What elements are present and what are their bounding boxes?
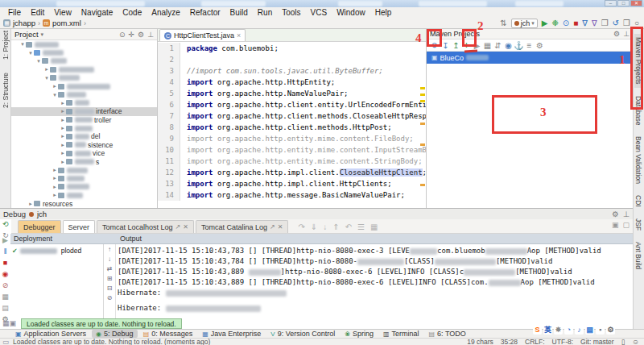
scroll-end-icon[interactable]: ⊞ (107, 275, 113, 282)
chevron-down-icon[interactable]: ▾ (41, 31, 44, 38)
tree-row[interactable]: ▸sistence (11, 141, 157, 149)
tree-row[interactable]: ▸ (11, 174, 157, 182)
menu-item-edit[interactable]: Edit (26, 8, 49, 17)
settings-icon[interactable]: ⚙ (612, 210, 619, 218)
expand-collapse-icon[interactable]: ⇵ (493, 41, 503, 50)
breadcrumb-project[interactable]: jchapp (13, 19, 35, 27)
code-line[interactable]: 13import org.apache.http.impl.client.Htt… (158, 178, 426, 189)
debug-tab-tomcat-catalina-log[interactable]: Tomcat Catalina Log↗✕ (196, 220, 288, 233)
debug-tab-debugger[interactable]: Debugger (18, 220, 61, 233)
deployment-item[interactable]: ✔ ploded (10, 244, 103, 257)
maven-settings-icon[interactable]: ⚙ (535, 41, 545, 50)
collapse-icon[interactable]: ⊟ (107, 285, 113, 292)
pause-icon[interactable]: ‖ (4, 247, 7, 256)
tree-arrow-icon[interactable]: ▸ (52, 175, 58, 181)
tree-row[interactable]: ▸ (11, 65, 157, 73)
tool-tab-bean-validation[interactable]: Bean Validation (634, 133, 642, 187)
menu-item-vcs[interactable]: VCS (306, 8, 332, 17)
open-in-window-icon[interactable]: ↗ (175, 223, 181, 231)
tree-arrow-icon[interactable]: ▸ (52, 83, 58, 89)
code-line[interactable]: 14import org.apache.http.message.BasicNa… (158, 189, 426, 201)
tree-row[interactable]: ▾ (11, 48, 157, 56)
diff-button[interactable]: ❐ (601, 19, 609, 28)
menu-item-analyze[interactable]: Analyze (147, 8, 185, 17)
tree-arrow-icon[interactable]: ▾ (19, 41, 26, 48)
minimize-button[interactable]: – (605, 0, 617, 6)
tree-arrow-icon[interactable]: ▸ (60, 150, 66, 156)
commit-button[interactable]: ∇ (592, 19, 597, 28)
tree-arrow-icon[interactable]: ▸ (52, 192, 58, 198)
tree-row[interactable]: ▸ (11, 82, 157, 90)
drop-frame-icon[interactable]: ↶ (345, 222, 352, 231)
menu-item-refactor[interactable]: Refactor (185, 8, 225, 17)
tree-arrow-icon[interactable]: ▸ (60, 142, 66, 148)
resume-icon[interactable]: ▶ (2, 236, 8, 244)
toolwindow-button-application-servers[interactable]: ▣Application Servers (11, 330, 90, 338)
code-line[interactable]: 10import org.apache.http.entity.mime.con… (158, 144, 426, 156)
menu-item-file[interactable]: File (3, 8, 26, 17)
offline-mode-icon[interactable]: ◉ (503, 41, 514, 50)
menu-item-view[interactable]: View (49, 8, 76, 17)
clear-console-icon[interactable]: ⊘ (107, 294, 113, 301)
debug-tab-tomcat-localhost-log[interactable]: Tomcat Localhost Log↗✕ (97, 220, 194, 233)
hide-icon[interactable]: ⊥ (147, 31, 154, 39)
toolwindow-button-6-todo[interactable]: ▤6: TODO (425, 330, 470, 338)
evaluate-expression-icon[interactable]: ▦ (370, 222, 378, 231)
soft-wrap-icon[interactable]: ⇄ (107, 265, 113, 272)
toolwindow-button-terminal[interactable]: ▥Terminal (379, 330, 423, 338)
code-line[interactable]: 6import org.apache.http.client.entity.Ur… (158, 99, 426, 110)
line-ending-select[interactable]: CRLF: (525, 338, 545, 345)
tree-row[interactable]: ▸del (11, 132, 157, 140)
tool-tab-structure[interactable]: 2: Structure (2, 73, 10, 108)
toolwindow-button-java-enterprise[interactable]: ▦Java Enterprise (198, 330, 265, 338)
toolwindow-button-9-version-control[interactable]: V9: Version Control (266, 330, 339, 338)
copy-button[interactable]: ❒ (623, 19, 630, 28)
rerun-icon[interactable]: ⟲ (2, 220, 9, 228)
scroll-to-source-icon[interactable]: ✛ (129, 31, 135, 39)
restore-layout-icon[interactable]: ▤ (2, 304, 9, 312)
toolwindow-button-spring[interactable]: ❀Spring (341, 330, 378, 338)
ime-sparkle-icon[interactable]: ✵ (554, 326, 563, 335)
up-stack-icon[interactable]: ↑ (108, 246, 111, 253)
code-line[interactable]: 11import org.apache.http.entity.mime.con… (158, 156, 426, 167)
tree-arrow-icon[interactable]: ▸ (27, 201, 34, 207)
coverage-button[interactable]: ⊙ (563, 19, 569, 28)
tree-arrow-icon[interactable]: ▸ (52, 167, 58, 173)
clock-icon[interactable]: ◔ (564, 326, 573, 335)
tray-misc-icon[interactable]: ▪ (596, 326, 605, 335)
step-into-icon[interactable]: ⇓ (311, 222, 317, 231)
lock-icon[interactable]: ▯ (621, 338, 625, 345)
debug-button[interactable]: ❉ (551, 19, 558, 28)
run-to-cursor-icon[interactable]: ☰ (357, 222, 365, 231)
tree-arrow-icon[interactable]: ▸ (60, 133, 66, 139)
tree-arrow-icon[interactable]: ▾ (35, 58, 42, 64)
maximize-button[interactable]: □ (617, 0, 630, 6)
menu-item-help[interactable]: Help (370, 8, 397, 17)
tree-arrow-icon[interactable]: ▸ (60, 108, 66, 114)
tree-row[interactable]: ▸troller (11, 116, 157, 124)
code-line[interactable]: 3//import com.sun.tools.javac.util.ByteB… (158, 65, 426, 77)
run-configuration-select[interactable]: jch ▾ (511, 19, 538, 28)
tool-tab-project[interactable]: 1: Project (2, 31, 10, 60)
tree-row[interactable]: ▸ (11, 166, 157, 174)
show-dependencies-icon[interactable]: ▦ (482, 41, 493, 50)
hide-icon[interactable]: ⊥ (623, 30, 630, 38)
step-out-icon[interactable]: ⇑ (332, 222, 339, 231)
voice-icon[interactable]: ♪ (575, 326, 584, 335)
step-over-icon[interactable]: ↷ (298, 222, 304, 231)
breadcrumb-file[interactable]: pom.xml (52, 19, 81, 27)
compare-icon[interactable]: ⇅ (500, 19, 506, 28)
stop-icon[interactable]: ■ (3, 259, 7, 267)
pin-icon[interactable]: ▣ (612, 221, 619, 229)
code-line[interactable]: 1package com.bluemobi; (158, 43, 426, 54)
status-message[interactable]: Loaded classes are up to date. Nothing t… (9, 338, 210, 345)
tree-row[interactable]: ▾ (11, 57, 157, 65)
menu-item-window[interactable]: Window (332, 8, 370, 17)
menu-item-run[interactable]: Run (253, 8, 277, 17)
code-line[interactable]: 2 (158, 54, 426, 65)
tree-row[interactable]: ▸ (11, 99, 157, 107)
code-area[interactable]: 1package com.bluemobi;23//import com.sun… (158, 43, 426, 208)
tree-row[interactable]: ▸ (11, 183, 157, 191)
keyboard-icon[interactable]: ▤ (585, 326, 594, 335)
open-in-window-icon[interactable]: ↗ (270, 223, 275, 231)
